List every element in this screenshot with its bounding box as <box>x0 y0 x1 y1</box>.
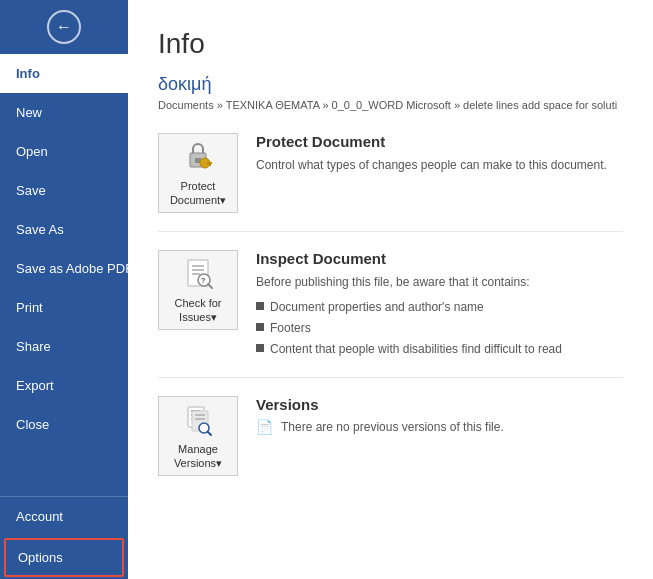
inspect-section: ? Check forIssues▾ Inspect Document Befo… <box>158 250 623 378</box>
svg-text:?: ? <box>201 277 205 284</box>
protect-heading: Protect Document <box>256 133 623 150</box>
sidebar-item-account[interactable]: Account <box>0 497 128 536</box>
protect-document-button[interactable]: ProtectDocument▾ <box>158 133 238 213</box>
svg-line-20 <box>208 432 212 436</box>
inspect-icon: ? <box>180 256 216 292</box>
versions-content: Versions 📄 There are no previous version… <box>256 396 623 435</box>
main-content: Info δοκιμή Documents » TEXNIKA ΘΕΜΑΤΑ »… <box>128 0 653 579</box>
svg-line-10 <box>208 284 212 288</box>
sidebar-item-save[interactable]: Save <box>0 171 128 210</box>
check-issues-label: Check forIssues▾ <box>174 296 221 325</box>
svg-rect-3 <box>207 162 212 164</box>
inspect-list: Document properties and author's name Fo… <box>256 297 623 359</box>
manage-versions-label: ManageVersions▾ <box>174 442 222 471</box>
sidebar: ← Info New Open Save Save As Save as Ado… <box>0 0 128 579</box>
protect-desc: Control what types of changes people can… <box>256 156 623 174</box>
inspect-desc: Before publishing this file, be aware th… <box>256 273 623 291</box>
sidebar-item-print[interactable]: Print <box>0 288 128 327</box>
sidebar-bottom: Account Options <box>0 496 128 579</box>
sidebar-item-export[interactable]: Export <box>0 366 128 405</box>
svg-rect-4 <box>209 164 211 166</box>
check-issues-button[interactable]: ? Check forIssues▾ <box>158 250 238 330</box>
versions-row: 📄 There are no previous versions of this… <box>256 419 623 435</box>
back-arrow-icon: ← <box>47 10 81 44</box>
page-title: Info <box>158 28 623 60</box>
versions-text: There are no previous versions of this f… <box>281 420 504 434</box>
bullet-icon <box>256 302 264 310</box>
versions-section: ManageVersions▾ Versions 📄 There are no … <box>158 396 623 494</box>
svg-rect-17 <box>195 414 205 416</box>
inspect-heading: Inspect Document <box>256 250 623 267</box>
versions-icon <box>180 402 216 438</box>
sidebar-item-save-as[interactable]: Save As <box>0 210 128 249</box>
protect-content: Protect Document Control what types of c… <box>256 133 623 180</box>
list-item: Footers <box>256 318 623 339</box>
protect-icon-label: ProtectDocument▾ <box>170 179 226 208</box>
sidebar-item-options[interactable]: Options <box>4 538 124 577</box>
sidebar-item-info[interactable]: Info <box>0 54 128 93</box>
sidebar-item-new[interactable]: New <box>0 93 128 132</box>
list-item: Document properties and author's name <box>256 297 623 318</box>
versions-heading: Versions <box>256 396 623 413</box>
manage-versions-button[interactable]: ManageVersions▾ <box>158 396 238 476</box>
versions-file-icon: 📄 <box>256 419 273 435</box>
document-title: δοκιμή <box>158 74 623 95</box>
sidebar-item-share[interactable]: Share <box>0 327 128 366</box>
breadcrumb: Documents » TEXNIKA ΘΕΜΑΤΑ » 0_0_0_WORD … <box>158 99 623 111</box>
sidebar-item-close[interactable]: Close <box>0 405 128 444</box>
bullet-icon <box>256 323 264 331</box>
back-button[interactable]: ← <box>0 0 128 54</box>
svg-rect-18 <box>195 418 205 420</box>
protect-icon <box>180 139 216 175</box>
protect-section: ProtectDocument▾ Protect Document Contro… <box>158 133 623 232</box>
inspect-content: Inspect Document Before publishing this … <box>256 250 623 359</box>
bullet-icon <box>256 344 264 352</box>
list-item: Content that people with disabilities fi… <box>256 339 623 360</box>
sidebar-item-save-adobe[interactable]: Save as Adobe PDF <box>0 249 128 288</box>
sidebar-item-open[interactable]: Open <box>0 132 128 171</box>
